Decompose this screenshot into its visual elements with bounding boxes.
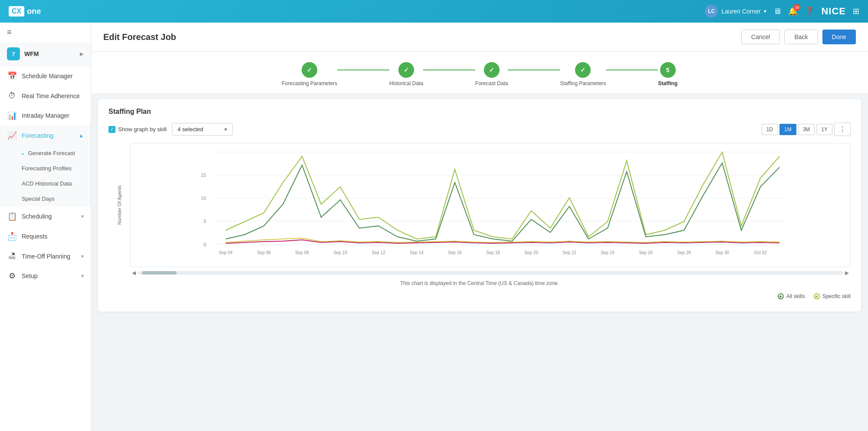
stepper: ✓ Forecasting Parameters ✓ Historical Da… (282, 62, 677, 86)
legend-icon-all-skills (778, 293, 784, 299)
wfm-expand-icon: ▶ (80, 51, 84, 57)
calendar-icon: 📅 (7, 71, 17, 81)
done-button[interactable]: Done (822, 30, 856, 44)
wfm-badge: 7 (7, 47, 20, 60)
user-info[interactable]: LC Lauren Corner ▾ (705, 5, 766, 18)
svg-text:Sep 18: Sep 18 (486, 250, 500, 255)
sidebar-item-setup[interactable]: ⚙ Setup ▾ (0, 266, 91, 286)
monitor-icon[interactable]: 🖥 (773, 7, 781, 16)
user-name: Lauren Corner (721, 8, 760, 15)
svg-text:Sep 16: Sep 16 (448, 250, 462, 255)
sidebar-wfm-header[interactable]: 7 WFM ▶ (0, 42, 91, 66)
sidebar-item-schedule-manager[interactable]: 📅 Schedule Manager (0, 66, 91, 86)
sidebar-item-special-days[interactable]: Special Days (0, 191, 91, 206)
header-buttons: Cancel Back Done (741, 30, 856, 44)
step-forecast-data: ✓ Forecast Data (475, 62, 508, 86)
card-title: Staffing Plan (108, 108, 851, 116)
timeoff-icon: 🏖 (7, 252, 17, 261)
svg-text:Sep 08: Sep 08 (295, 250, 309, 255)
grid-icon[interactable]: ⊞ (853, 7, 859, 16)
notification-icon[interactable]: 🔔 30 (788, 7, 798, 16)
sidebar-label-generate-forecast: Generate Forecast (28, 150, 75, 156)
sidebar-label-intraday-manager: Intraday Manager (22, 112, 69, 119)
sidebar: ≡ 7 WFM ▶ 📅 Schedule Manager ⏱ Real Time… (0, 23, 91, 431)
avatar: LC (705, 5, 718, 18)
step-forecasting-parameters: ✓ Forecasting Parameters (282, 62, 337, 86)
chart-container: Number Of Agents 0 5 (108, 143, 851, 303)
sidebar-toggle[interactable]: ≡ (0, 23, 91, 42)
nice-logo: NICE (821, 6, 846, 17)
scroll-right-icon[interactable]: ▶ (843, 269, 851, 277)
time-btn-1y[interactable]: 1Y (816, 124, 832, 135)
app-logo: CX one (9, 6, 41, 17)
sidebar-forecasting-section: 📈 Forecasting ▲ Generate Forecast Foreca… (0, 126, 91, 206)
step-staffing: 5 Staffing (658, 62, 677, 86)
svg-text:Sep 26: Sep 26 (639, 250, 653, 255)
help-icon[interactable]: ❓ (805, 7, 814, 16)
step-circle-4: ✓ (575, 62, 591, 78)
step-label-5: Staffing (658, 80, 677, 86)
svg-text:Sep 22: Sep 22 (562, 250, 576, 255)
sidebar-item-requests[interactable]: 📩 Requests (0, 226, 91, 246)
back-button[interactable]: Back (784, 30, 818, 44)
svg-text:Sep 06: Sep 06 (257, 250, 271, 255)
main-container: ≡ 7 WFM ▶ 📅 Schedule Manager ⏱ Real Time… (0, 23, 868, 431)
step-label-1: Forecasting Parameters (282, 80, 337, 86)
sidebar-label-timeoff-planning: Time-Off Planning (22, 253, 70, 260)
step-connector-4 (606, 70, 658, 70)
scroll-left-icon[interactable]: ◀ (130, 269, 138, 277)
content-area: Edit Forecast Job Cancel Back Done ✓ For… (91, 23, 868, 431)
sidebar-item-real-time-adherence[interactable]: ⏱ Real Time Adherence (0, 86, 91, 106)
chart-legend: All skills Specific skill (108, 290, 851, 303)
svg-text:Sep 30: Sep 30 (715, 250, 729, 255)
scrollbar-thumb[interactable] (142, 271, 177, 275)
time-btn-3m[interactable]: 3M (798, 124, 815, 135)
sidebar-item-timeoff-planning[interactable]: 🏖 Time-Off Planning ▾ (0, 246, 91, 266)
step-connector-1 (337, 70, 389, 70)
timeoff-expand-icon: ▾ (81, 253, 84, 259)
svg-text:15: 15 (201, 172, 206, 178)
legend-label-all-skills: All skills (786, 293, 805, 299)
step-label-4: Staffing Parameters (560, 80, 606, 86)
svg-text:Sep 24: Sep 24 (601, 250, 615, 255)
step-label-2: Historical Data (389, 80, 423, 86)
time-btn-1m[interactable]: 1M (779, 124, 796, 135)
skill-dropdown-value: 4 selected (178, 126, 203, 133)
step-circle-2: ✓ (398, 62, 414, 78)
forecast-icon: 📈 (7, 131, 17, 140)
logo-cx: CX (9, 6, 24, 17)
show-graph-checkbox[interactable]: ✓ (108, 126, 115, 133)
sidebar-item-forecasting[interactable]: 📈 Forecasting ▲ (0, 126, 91, 146)
show-graph-checkbox-wrapper: ✓ Show graph by skill (108, 126, 167, 133)
chart-scrollbar[interactable]: ◀ ▶ (108, 269, 851, 277)
stepper-container: ✓ Forecasting Parameters ✓ Historical Da… (91, 52, 868, 94)
sidebar-item-scheduling[interactable]: 📋 Scheduling ▾ (0, 206, 91, 226)
sidebar-label-real-time-adherence: Real Time Adherence (22, 93, 80, 99)
forecasting-collapse-icon: ▲ (79, 133, 84, 139)
skill-dropdown[interactable]: 4 selected ▾ (172, 123, 233, 136)
scheduling-icon: 📋 (7, 212, 17, 221)
wfm-label: WFM (24, 50, 39, 57)
svg-text:Sep 14: Sep 14 (410, 250, 424, 255)
controls-left: ✓ Show graph by skill 4 selected ▾ (108, 123, 233, 136)
sidebar-item-acd-historical-data[interactable]: ACD Historical Data (0, 176, 91, 191)
header-right: LC Lauren Corner ▾ 🖥 🔔 30 ❓ NICE ⊞ (705, 5, 859, 18)
setup-expand-icon: ▾ (81, 273, 84, 279)
step-historical-data: ✓ Historical Data (389, 62, 423, 86)
sidebar-item-forecasting-profiles[interactable]: Forecasting Profiles (0, 161, 91, 176)
staffing-chart: 0 5 10 15 Sep 04 Sep 06 Sep 08 Sep 10 Se… (131, 143, 850, 265)
step-staffing-parameters: ✓ Staffing Parameters (560, 62, 606, 86)
sidebar-label-forecasting-profiles: Forecasting Profiles (22, 165, 72, 172)
svg-text:Sep 04: Sep 04 (219, 250, 233, 255)
sidebar-item-generate-forecast[interactable]: Generate Forecast (0, 146, 91, 161)
more-options-button[interactable]: ⋮ (834, 123, 851, 136)
sidebar-label-setup: Setup (22, 272, 38, 279)
check-icon: ✓ (110, 126, 114, 132)
notification-badge: 30 (793, 4, 800, 11)
step-circle-1: ✓ (302, 62, 317, 78)
cancel-button[interactable]: Cancel (741, 30, 780, 44)
svg-text:0: 0 (204, 242, 206, 247)
time-btn-1d[interactable]: 1D (762, 124, 778, 135)
chevron-down-icon[interactable]: ▾ (764, 8, 766, 14)
sidebar-item-intraday-manager[interactable]: 📊 Intraday Manager (0, 106, 91, 126)
